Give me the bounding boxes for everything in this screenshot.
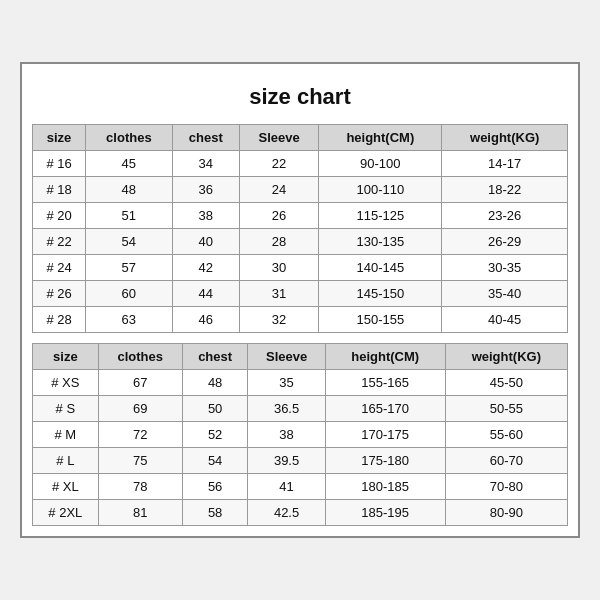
- size-chart-container: size chart sizeclotheschestSleeveheight(…: [20, 62, 580, 538]
- table-row: # M725238170-17555-60: [33, 422, 568, 448]
- table-cell: # 2XL: [33, 500, 99, 526]
- table2-col-header: clothes: [98, 344, 182, 370]
- table1-header: sizeclotheschestSleeveheight(CM)weight(K…: [33, 125, 568, 151]
- table-cell: # M: [33, 422, 99, 448]
- table-cell: 40-45: [442, 307, 568, 333]
- table-cell: 150-155: [319, 307, 442, 333]
- table-row: # 26604431145-15035-40: [33, 281, 568, 307]
- table-cell: 41: [248, 474, 325, 500]
- table-cell: 180-185: [325, 474, 445, 500]
- table-cell: 38: [248, 422, 325, 448]
- table-row: # XS674835155-16545-50: [33, 370, 568, 396]
- table-cell: 140-145: [319, 255, 442, 281]
- table-cell: # 16: [33, 151, 86, 177]
- table-cell: 23-26: [442, 203, 568, 229]
- table-cell: 78: [98, 474, 182, 500]
- size-table-1: sizeclotheschestSleeveheight(CM)weight(K…: [32, 124, 568, 333]
- table-cell: 38: [172, 203, 239, 229]
- table-cell: 51: [86, 203, 172, 229]
- table1-col-header: Sleeve: [239, 125, 318, 151]
- table-cell: 60-70: [445, 448, 567, 474]
- table-row: # 20513826115-12523-26: [33, 203, 568, 229]
- table-cell: 80-90: [445, 500, 567, 526]
- table-cell: 155-165: [325, 370, 445, 396]
- table-cell: 115-125: [319, 203, 442, 229]
- table-cell: 130-135: [319, 229, 442, 255]
- table-cell: 185-195: [325, 500, 445, 526]
- table-cell: 28: [239, 229, 318, 255]
- table-cell: 34: [172, 151, 239, 177]
- table-cell: 48: [182, 370, 248, 396]
- table-cell: 63: [86, 307, 172, 333]
- table-cell: 50: [182, 396, 248, 422]
- table-row: # 1645342290-10014-17: [33, 151, 568, 177]
- table-cell: 55-60: [445, 422, 567, 448]
- table-cell: 90-100: [319, 151, 442, 177]
- table2-col-header: Sleeve: [248, 344, 325, 370]
- table-row: # 2XL815842.5185-19580-90: [33, 500, 568, 526]
- table-cell: 57: [86, 255, 172, 281]
- table-cell: 170-175: [325, 422, 445, 448]
- table-cell: 35: [248, 370, 325, 396]
- table-cell: # XL: [33, 474, 99, 500]
- chart-title: size chart: [32, 74, 568, 124]
- table-cell: 54: [182, 448, 248, 474]
- table-cell: 81: [98, 500, 182, 526]
- table-cell: 14-17: [442, 151, 568, 177]
- table-cell: 145-150: [319, 281, 442, 307]
- table-row: # L755439.5175-18060-70: [33, 448, 568, 474]
- table-cell: 72: [98, 422, 182, 448]
- table-cell: 24: [239, 177, 318, 203]
- table1-col-header: height(CM): [319, 125, 442, 151]
- size-table-2: sizeclotheschestSleeveheight(CM)weight(K…: [32, 343, 568, 526]
- table2-body: # XS674835155-16545-50# S695036.5165-170…: [33, 370, 568, 526]
- table-cell: 30: [239, 255, 318, 281]
- table-row: # 18483624100-11018-22: [33, 177, 568, 203]
- table-cell: 32: [239, 307, 318, 333]
- table-row: # 22544028130-13526-29: [33, 229, 568, 255]
- table2-header: sizeclotheschestSleeveheight(CM)weight(K…: [33, 344, 568, 370]
- table-cell: 50-55: [445, 396, 567, 422]
- table-cell: 60: [86, 281, 172, 307]
- table-cell: 54: [86, 229, 172, 255]
- table-cell: # 24: [33, 255, 86, 281]
- table1-body: # 1645342290-10014-17# 18483624100-11018…: [33, 151, 568, 333]
- table-cell: 36.5: [248, 396, 325, 422]
- table-cell: 18-22: [442, 177, 568, 203]
- table-cell: 26: [239, 203, 318, 229]
- table2-col-header: size: [33, 344, 99, 370]
- table-cell: # 22: [33, 229, 86, 255]
- table-cell: 36: [172, 177, 239, 203]
- table-row: # 28634632150-15540-45: [33, 307, 568, 333]
- table-row: # XL785641180-18570-80: [33, 474, 568, 500]
- table-cell: 165-170: [325, 396, 445, 422]
- table-row: # S695036.5165-17050-55: [33, 396, 568, 422]
- table-cell: 39.5: [248, 448, 325, 474]
- table-cell: 69: [98, 396, 182, 422]
- table-cell: 44: [172, 281, 239, 307]
- table-cell: 45-50: [445, 370, 567, 396]
- table-cell: 46: [172, 307, 239, 333]
- table1-col-header: weight(KG): [442, 125, 568, 151]
- table-cell: 42: [172, 255, 239, 281]
- table-cell: # 26: [33, 281, 86, 307]
- table1-col-header: chest: [172, 125, 239, 151]
- table-cell: # XS: [33, 370, 99, 396]
- table-cell: 58: [182, 500, 248, 526]
- table-cell: 22: [239, 151, 318, 177]
- table-cell: 45: [86, 151, 172, 177]
- table-row: # 24574230140-14530-35: [33, 255, 568, 281]
- table-cell: 26-29: [442, 229, 568, 255]
- table2-col-header: height(CM): [325, 344, 445, 370]
- table2-col-header: weight(KG): [445, 344, 567, 370]
- table-cell: 70-80: [445, 474, 567, 500]
- table-cell: 35-40: [442, 281, 568, 307]
- table-cell: 52: [182, 422, 248, 448]
- table-cell: 31: [239, 281, 318, 307]
- table-cell: 56: [182, 474, 248, 500]
- table1-col-header: clothes: [86, 125, 172, 151]
- table-cell: 67: [98, 370, 182, 396]
- table-cell: 40: [172, 229, 239, 255]
- table-cell: # L: [33, 448, 99, 474]
- table1-col-header: size: [33, 125, 86, 151]
